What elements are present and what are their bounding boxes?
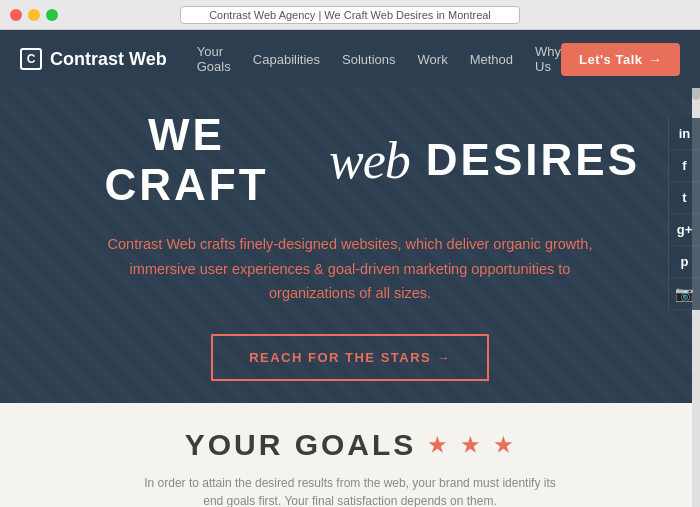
- pinterest-icon[interactable]: p: [668, 246, 700, 278]
- goals-title-text: YOUR GOALS: [185, 428, 417, 462]
- hero-title: WE CRAFT web DESIRES: [60, 110, 640, 210]
- nav-why-us[interactable]: Why Us: [535, 44, 561, 74]
- logo[interactable]: C Contrast Web: [20, 48, 167, 70]
- goals-title: YOUR GOALS ★ ★ ★: [40, 428, 660, 462]
- nav-work[interactable]: Work: [418, 52, 448, 67]
- logo-text: Contrast Web: [50, 49, 167, 70]
- goals-subtitle: In order to attain the desired results f…: [140, 474, 560, 507]
- hero-title-right: DESIRES: [426, 135, 640, 185]
- star-2: ★: [461, 433, 482, 457]
- window-controls: [10, 9, 58, 21]
- maximize-button[interactable]: [46, 9, 58, 21]
- minimize-button[interactable]: [28, 9, 40, 21]
- lets-talk-arrow: →: [649, 52, 663, 67]
- twitter-icon[interactable]: t: [668, 182, 700, 214]
- star-1: ★: [428, 433, 449, 457]
- social-sidebar: in f t g+ p 📷: [668, 118, 700, 310]
- hero-section: WE CRAFT web DESIRES Contrast Web crafts…: [0, 88, 700, 403]
- browser-chrome: Contrast Web Agency | We Craft Web Desir…: [0, 0, 700, 30]
- nav-solutions[interactable]: Solutions: [342, 52, 395, 67]
- hero-subtitle: Contrast Web crafts finely-designed webs…: [90, 232, 610, 306]
- nav-capabilities[interactable]: Capabilities: [253, 52, 320, 67]
- nav-links: Your Goals Capabilities Solutions Work M…: [197, 44, 561, 74]
- lets-talk-button[interactable]: Let's Talk →: [561, 43, 680, 76]
- logo-icon: C: [20, 48, 42, 70]
- linkedin-icon[interactable]: in: [668, 118, 700, 150]
- hero-title-left: WE CRAFT: [60, 110, 313, 210]
- goals-section: YOUR GOALS ★ ★ ★ In order to attain the …: [0, 403, 700, 507]
- nav-your-goals[interactable]: Your Goals: [197, 44, 231, 74]
- reach-stars-button[interactable]: REACH FOR THE STARS →: [211, 334, 489, 381]
- close-button[interactable]: [10, 9, 22, 21]
- star-3: ★: [494, 433, 515, 457]
- instagram-icon[interactable]: 📷: [668, 278, 700, 310]
- facebook-icon[interactable]: f: [668, 150, 700, 182]
- hero-title-web: web: [329, 131, 410, 190]
- page-wrapper: C Contrast Web Your Goals Capabilities S…: [0, 30, 700, 507]
- google-plus-icon[interactable]: g+: [668, 214, 700, 246]
- address-bar[interactable]: Contrast Web Agency | We Craft Web Desir…: [180, 6, 520, 24]
- nav-method[interactable]: Method: [470, 52, 513, 67]
- lets-talk-label: Let's Talk: [579, 52, 642, 67]
- navbar: C Contrast Web Your Goals Capabilities S…: [0, 30, 700, 88]
